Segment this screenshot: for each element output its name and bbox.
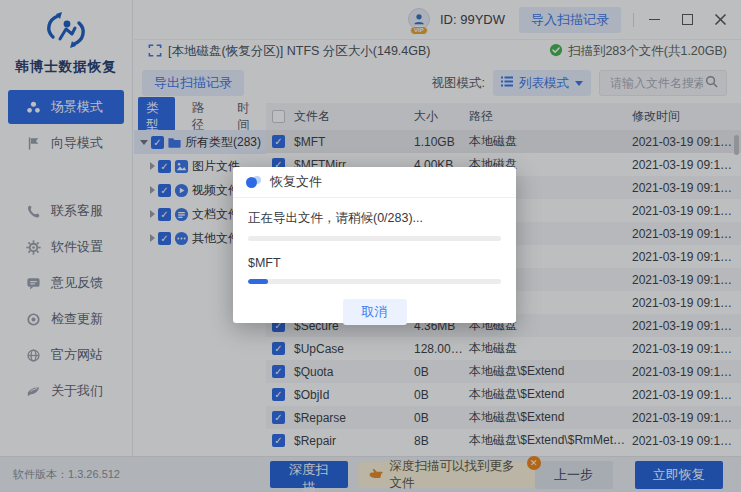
modal-body: 正在导出文件，请稍候(0/283)... $MFT 取消	[233, 198, 516, 325]
export-status-text: 正在导出文件，请稍候(0/283)...	[248, 210, 501, 227]
app-dot-icon	[246, 176, 262, 188]
modal-title-text: 恢复文件	[270, 173, 322, 191]
cancel-button[interactable]: 取消	[343, 299, 407, 325]
file-progress-fill	[248, 279, 268, 284]
recover-files-modal: 恢复文件 正在导出文件，请稍候(0/283)... $MFT 取消	[233, 167, 516, 323]
overall-progress-bar	[248, 236, 501, 241]
current-file-name: $MFT	[248, 256, 501, 270]
file-progress-bar	[248, 279, 501, 284]
modal-titlebar: 恢复文件	[233, 167, 516, 198]
app-window: 韩博士数据恢复 场景模式 向导模式 联系客服	[0, 0, 741, 492]
modal-actions: 取消	[248, 299, 501, 325]
